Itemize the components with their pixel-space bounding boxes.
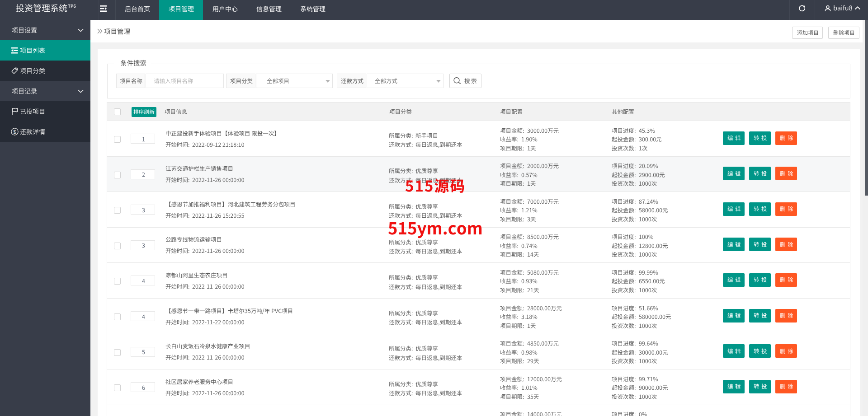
svg-text:$: $ (13, 129, 16, 135)
